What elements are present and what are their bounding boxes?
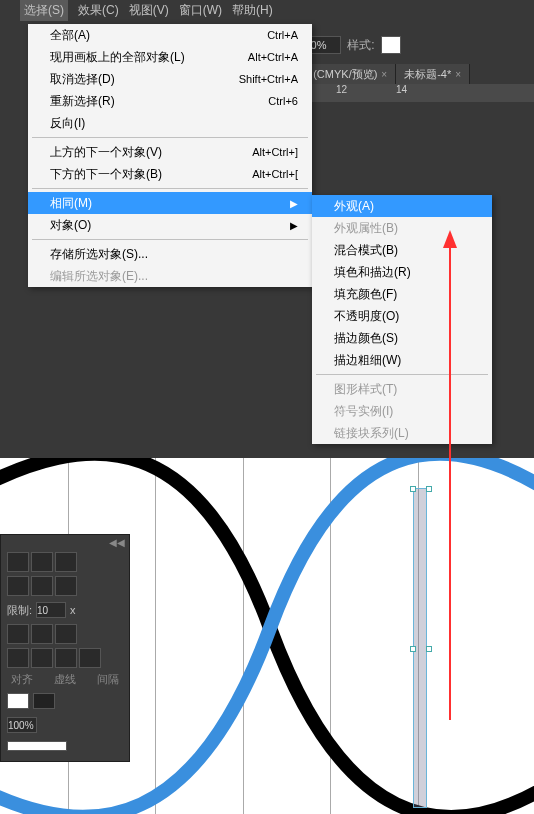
submenu-stroke-color[interactable]: 描边颜色(S)	[312, 327, 492, 349]
corner-buttons	[1, 574, 129, 598]
label: 描边粗细(W)	[334, 352, 401, 369]
label: 上方的下一个对象(V)	[50, 144, 162, 161]
submenu-symbol-instance: 符号实例(I)	[312, 400, 492, 422]
menu-item-all[interactable]: 全部(A) Ctrl+A	[28, 24, 312, 46]
label: 反向(I)	[50, 115, 85, 132]
select-menu-dropdown: 全部(A) Ctrl+A 现用画板上的全部对象(L) Alt+Ctrl+A 取消…	[28, 24, 312, 287]
stroke-panel[interactable]: ◀◀ 限制: x 对齐 虚线 间隔	[0, 534, 130, 762]
limit-input[interactable]	[36, 602, 66, 618]
label: 符号实例(I)	[334, 403, 393, 420]
selection-handle[interactable]	[426, 486, 432, 492]
separator	[32, 239, 308, 240]
cap-butt[interactable]	[7, 552, 29, 572]
menu-item-reselect[interactable]: 重新选择(R) Ctrl+6	[28, 90, 312, 112]
label: 重新选择(R)	[50, 93, 115, 110]
dash-inputs	[1, 646, 129, 670]
cap-round[interactable]	[31, 552, 53, 572]
label: 填色和描边(R)	[334, 264, 411, 281]
dash-field[interactable]	[55, 648, 77, 668]
document-tabs: 600% (CMYK/预览) × 未标题-4* ×	[274, 64, 534, 84]
panel-header: ◀◀	[1, 535, 129, 550]
menu-item-save-selection[interactable]: 存储所选对象(S)...	[28, 243, 312, 265]
selection-handle[interactable]	[426, 646, 432, 652]
scale-input[interactable]	[7, 717, 37, 733]
align-stroke-buttons	[1, 622, 129, 646]
submenu-blend-mode[interactable]: 混合模式(B)	[312, 239, 492, 261]
arrow-start[interactable]	[7, 693, 29, 709]
align-center[interactable]	[7, 624, 29, 644]
label: 描边颜色(S)	[334, 330, 398, 347]
scale-row	[1, 713, 129, 737]
submenu-link-block: 链接块系列(L)	[312, 422, 492, 444]
profile-preview[interactable]	[7, 741, 67, 751]
menu-item-inverse[interactable]: 反向(I)	[28, 112, 312, 134]
submenu-fill-color[interactable]: 填充颜色(F)	[312, 283, 492, 305]
menu-item-next-above[interactable]: 上方的下一个对象(V) Alt+Ctrl+]	[28, 141, 312, 163]
cap-square[interactable]	[55, 552, 77, 572]
arrow-end[interactable]	[33, 693, 55, 709]
dash-field[interactable]	[7, 648, 29, 668]
menu-item-object[interactable]: 对象(O) ▶	[28, 214, 312, 236]
ruler-tick: 12	[334, 84, 394, 102]
align-inside[interactable]	[31, 624, 53, 644]
submenu-appearance-attr: 外观属性(B)	[312, 217, 492, 239]
cap-buttons	[1, 550, 129, 574]
label: 全部(A)	[50, 27, 90, 44]
style-swatch[interactable]	[381, 36, 401, 54]
menu-view[interactable]: 视图(V)	[129, 2, 169, 19]
corner-miter[interactable]	[7, 576, 29, 596]
shortcut: Ctrl+A	[267, 29, 298, 41]
menu-effect[interactable]: 效果(C)	[78, 2, 119, 19]
label: 下方的下一个对象(B)	[50, 166, 162, 183]
align-outside[interactable]	[55, 624, 77, 644]
separator	[316, 374, 488, 375]
chevron-right-icon: ▶	[290, 198, 298, 209]
corner-round[interactable]	[31, 576, 53, 596]
close-icon[interactable]: ×	[381, 69, 387, 80]
label: 外观属性(B)	[334, 220, 398, 237]
corner-bevel[interactable]	[55, 576, 77, 596]
shortcut: Ctrl+6	[268, 95, 298, 107]
submenu-opacity[interactable]: 不透明度(O)	[312, 305, 492, 327]
chevron-right-icon: ▶	[290, 220, 298, 231]
label: 存储所选对象(S)...	[50, 246, 148, 263]
shortcut: Alt+Ctrl+[	[252, 168, 298, 180]
options-bar: 度: 样式:	[274, 30, 534, 60]
collapse-icon[interactable]: ◀◀	[109, 537, 125, 548]
submenu-graphic-style: 图形样式(T)	[312, 378, 492, 400]
ruler-tick: 14	[394, 84, 454, 102]
submenu-appearance[interactable]: 外观(A)	[312, 195, 492, 217]
dash-labels: 对齐 虚线 间隔	[1, 670, 129, 689]
dash-field[interactable]	[31, 648, 53, 668]
label: 现用画板上的全部对象(L)	[50, 49, 185, 66]
miter-limit-row: 限制: x	[1, 598, 129, 622]
label: 相同(M)	[50, 195, 92, 212]
limit-label: 限制:	[7, 603, 32, 618]
document-tab-2[interactable]: 未标题-4* ×	[396, 64, 470, 84]
shortcut: Alt+Ctrl+]	[252, 146, 298, 158]
menu-help[interactable]: 帮助(H)	[232, 2, 273, 19]
menu-item-same[interactable]: 相同(M) ▶	[28, 192, 312, 214]
menu-item-deselect[interactable]: 取消选择(D) Shift+Ctrl+A	[28, 68, 312, 90]
dash-field[interactable]	[79, 648, 101, 668]
arrowheads	[1, 689, 129, 713]
style-label: 样式:	[347, 37, 374, 54]
submenu-fill-stroke[interactable]: 填色和描边(R)	[312, 261, 492, 283]
submenu-stroke-weight[interactable]: 描边粗细(W)	[312, 349, 492, 371]
menu-item-artboard-all[interactable]: 现用画板上的全部对象(L) Alt+Ctrl+A	[28, 46, 312, 68]
profile-row	[1, 737, 129, 755]
label: 图形样式(T)	[334, 381, 397, 398]
menu-item-next-below[interactable]: 下方的下一个对象(B) Alt+Ctrl+[	[28, 163, 312, 185]
label: 对象(O)	[50, 217, 91, 234]
selection-handle[interactable]	[410, 646, 416, 652]
label: 填充颜色(F)	[334, 286, 397, 303]
menu-window[interactable]: 窗口(W)	[179, 2, 222, 19]
menu-select[interactable]: 选择(S)	[20, 0, 68, 21]
close-icon[interactable]: ×	[455, 69, 461, 80]
selection-handle[interactable]	[410, 486, 416, 492]
separator	[32, 188, 308, 189]
label: 对齐	[11, 672, 33, 687]
shortcut: Alt+Ctrl+A	[248, 51, 298, 63]
shortcut: Shift+Ctrl+A	[239, 73, 298, 85]
menu-item-edit-selection: 编辑所选对象(E)...	[28, 265, 312, 287]
